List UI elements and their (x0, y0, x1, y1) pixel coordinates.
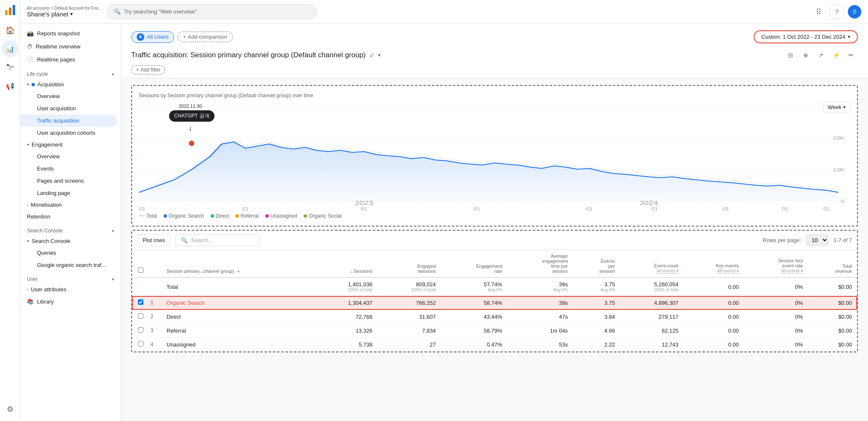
help-icon-btn[interactable]: ? (829, 4, 844, 19)
engaged-sessions-col-header: Engagedsessions (417, 264, 436, 274)
table-search-icon: 🔍 (181, 237, 188, 243)
monetisation-group-header[interactable]: › Monetisation (20, 199, 121, 210)
chart-section: Sessions by Session primary channel grou… (131, 85, 858, 226)
user-attributes-group-header[interactable]: › User attributes (20, 284, 121, 295)
sidebar-item-realtime-overview[interactable]: ⏱ Realtime overview (20, 40, 117, 53)
annotation-dot (189, 141, 194, 146)
total-revenue-col-header: Totalrevenue (835, 264, 852, 274)
svg-text:01: 01 (586, 207, 593, 211)
session-key-event-rate-col-header: Session keyevent rate (778, 258, 803, 268)
analytics-logo (2, 2, 19, 19)
table-row: 4 Unassigned 5,738 27 0.47% 53s 2.22 12,… (132, 338, 857, 352)
sidebar-nav: 📸 Reports snapshot ⏱ Realtime overview 📄… (20, 24, 121, 421)
svg-text:01: 01 (651, 207, 658, 211)
table-row: 3 Referral 13,326 7,834 58.79% 1m 04s 4.… (132, 324, 857, 338)
sidebar-item-user-acquisition-cohorts[interactable]: User acquisition cohorts (20, 127, 121, 139)
svg-text:01: 01 (474, 207, 480, 211)
row-checkbox-2[interactable] (138, 313, 143, 319)
table-search-box[interactable]: 🔍 Search... (175, 234, 259, 246)
sidebar-item-eng-overview[interactable]: Overview (20, 150, 121, 163)
chart-type-icon-btn[interactable]: ⊟ (784, 48, 797, 62)
row-checkbox-1[interactable] (138, 299, 143, 305)
key-events-all-events-label: All events ▾ (717, 269, 739, 274)
engagement-group-header[interactable]: ▾ Engagement (20, 139, 121, 150)
acquisition-group-header[interactable]: ▾ Acquisition (20, 79, 121, 90)
svg-text:01: 01 (139, 207, 146, 211)
chevron-down-icon: ▾ (70, 11, 73, 17)
channel-group-col-header: Session primary...channel group) + (167, 269, 240, 274)
svg-text:2023: 2023 (355, 200, 373, 207)
sidebar-item-queries[interactable]: Queries (20, 247, 121, 259)
week-selector[interactable]: Week ▾ (823, 102, 850, 112)
edit-icon-btn[interactable]: ✏ (844, 48, 858, 62)
rows-per-page-select[interactable]: 10 25 50 (806, 234, 828, 246)
report-title-chevron-icon[interactable]: ▾ (378, 52, 381, 58)
sidebar-item-events[interactable]: Events (20, 163, 121, 175)
realtime-overview-icon: ⏱ (27, 43, 32, 50)
verified-check-icon: ✓ (369, 51, 375, 59)
share-icon-btn[interactable]: ↗ (814, 48, 828, 62)
search-console-section-header[interactable]: Search Console ▾ (20, 223, 121, 235)
legend-referral: Referral (236, 213, 259, 219)
table-row: 2 Direct 72,768 31,607 43.44% 47s 3.84 2… (132, 310, 857, 324)
sidebar-item-traffic-acquisition[interactable]: Traffic acquisition (20, 115, 117, 127)
acquisition-expand-icon: ▾ (27, 82, 29, 87)
insights-icon-btn[interactable]: ⚡ (829, 48, 843, 62)
search-bar[interactable]: 🔍 Try searching "Web overview" (107, 4, 317, 19)
logo-title-area: All accounts > Default Account for Fire.… (27, 6, 102, 18)
nav-explore-icon[interactable]: 🔭 (2, 59, 19, 76)
sidebar-item-reports-snapshot[interactable]: 📸 Reports snapshot (20, 27, 117, 40)
search-console-chevron-icon: ▾ (112, 229, 114, 233)
plot-rows-button[interactable]: Plot rows (137, 234, 170, 246)
total-row: Total 1,401,036 100% of total 809,024 10… (132, 277, 857, 296)
sidebar-item-pages-screens[interactable]: Pages and screens (20, 175, 121, 187)
sidebar-item-realtime-pages[interactable]: 📄 Realtime pages (20, 53, 117, 66)
main-content: A All Users + Add comparison Custom 1 Oc… (121, 24, 868, 421)
account-name[interactable]: Shane's planet ▾ (27, 11, 102, 18)
annotation-callout: CHATGPT 공개 (169, 110, 214, 122)
svg-text:2024: 2024 (640, 200, 658, 207)
row-checkbox-4[interactable] (138, 341, 143, 346)
add-filter-button[interactable]: + Add filter (131, 65, 165, 75)
annotation-arrow-icon: ↓ (188, 124, 192, 133)
date-range-chevron-icon: ▾ (848, 34, 850, 40)
legend-organic-social: Organic Social (304, 213, 341, 219)
svg-rect-1 (9, 8, 11, 15)
svg-text:01: 01 (361, 207, 368, 211)
nav-realtime-icon[interactable]: 📊 (2, 40, 19, 57)
search-console-expand-icon: ▾ (27, 239, 29, 243)
svg-text:10K: 10K (833, 167, 844, 172)
nav-advertising-icon[interactable]: 📢 (2, 77, 19, 94)
sidebar-item-acq-overview[interactable]: Overview (20, 90, 121, 102)
engagement-rate-col-header: Engagementrate (476, 264, 502, 274)
row-checkbox-3[interactable] (138, 327, 143, 333)
sidebar-item-user-acquisition[interactable]: User acquisition (20, 102, 121, 115)
date-range-button[interactable]: Custom 1 Oct 2022 - 23 Dec 2024 ▾ (754, 30, 858, 43)
nav-home-icon[interactable]: 🏠 (2, 22, 19, 39)
legend-direct: Direct (211, 213, 229, 219)
realtime-pages-icon: 📄 (27, 56, 34, 63)
library-icon: 📚 (27, 298, 34, 305)
sidebar-item-landing-page[interactable]: Landing page (20, 187, 121, 199)
all-users-pill[interactable]: A All Users (131, 31, 174, 43)
lifecycle-section-header[interactable]: Life cycle ▾ (20, 66, 121, 79)
user-section-header[interactable]: User ▾ (20, 271, 121, 284)
user-avatar[interactable]: S (848, 5, 861, 19)
channel-group-sort-icon[interactable]: + (237, 269, 240, 274)
sidebar-item-retention[interactable]: Retention (20, 210, 121, 223)
chart-title: Sessions by Session primary channel grou… (139, 93, 850, 99)
select-all-checkbox[interactable] (138, 267, 143, 273)
user-section-chevron-icon: ▾ (112, 277, 114, 282)
sidebar-item-library[interactable]: 📚 Library (20, 295, 121, 308)
rows-per-page-label: Rows per page: (763, 237, 801, 243)
legend-organic-search: Organic Search (164, 213, 204, 219)
compare-icon-btn[interactable]: ⊕ (799, 48, 812, 62)
sidebar-item-organic-search[interactable]: Google organic search traf... (20, 259, 121, 271)
report-title: Traffic acquisition: Session primary cha… (131, 51, 381, 59)
nav-settings-icon[interactable]: ⚙ (2, 401, 19, 418)
lifecycle-chevron-icon: ▾ (112, 72, 114, 77)
add-comparison-button[interactable]: + Add comparison (177, 32, 233, 42)
apps-icon-btn[interactable]: ⠿ (811, 4, 826, 19)
search-console-group-header[interactable]: ▾ Search Console (20, 235, 121, 247)
sessions-col-header: ↓ Sessions (350, 269, 372, 274)
